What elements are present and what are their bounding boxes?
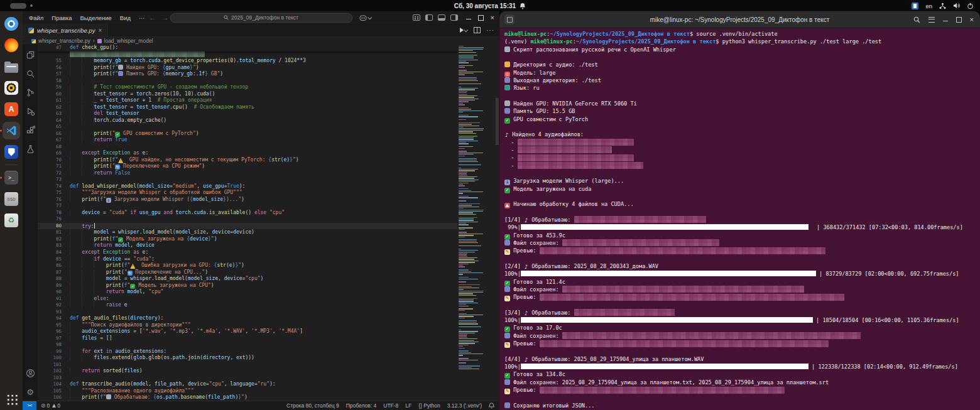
minimap-line bbox=[459, 178, 474, 178]
floppy-icon bbox=[504, 402, 510, 408]
more-actions-icon[interactable]: ··· bbox=[486, 27, 494, 34]
indentation[interactable]: Пробелов: 4 bbox=[346, 402, 377, 409]
terminal-line: (.venv) mike@linux-pc:~/SynologyProjects… bbox=[504, 38, 980, 45]
minimap-line bbox=[459, 331, 478, 332]
tab-close-icon[interactable]: × bbox=[98, 27, 102, 34]
problems-warnings[interactable]: 0 bbox=[52, 402, 60, 409]
copilot-menu[interactable] bbox=[359, 14, 372, 21]
testing-icon[interactable] bbox=[25, 144, 35, 154]
line-number: 86 bbox=[38, 262, 70, 269]
maximize-icon[interactable] bbox=[478, 15, 484, 21]
menu-item[interactable]: ⋯ bbox=[135, 13, 149, 23]
code-editor[interactable]: 47def check_gpu():55 memory_gb = torch.c… bbox=[38, 45, 499, 401]
toggle-sidebar-icon[interactable] bbox=[425, 14, 433, 21]
system-tray[interactable]: en bbox=[912, 0, 974, 11]
terminal-menu-icon[interactable] bbox=[928, 17, 935, 23]
music-icon: ♪ bbox=[524, 264, 528, 270]
terminal-search-icon[interactable] bbox=[913, 16, 920, 23]
memo-icon: ✎ bbox=[504, 249, 510, 255]
terminal-line: - bbox=[504, 146, 980, 154]
python-interpreter[interactable]: 3.12.3 ('.venv') bbox=[447, 402, 482, 409]
code-line: 63 del test_tensor bbox=[38, 111, 457, 117]
censored-text bbox=[518, 146, 612, 153]
keyboard-layout[interactable]: en bbox=[925, 3, 932, 9]
extensions-icon[interactable] bbox=[25, 125, 35, 135]
terminal-line: ♪ Найдено 4 аудиофайлов: bbox=[504, 131, 980, 138]
run-python-button[interactable] bbox=[460, 28, 468, 33]
dock-vscode-icon[interactable] bbox=[3, 122, 20, 139]
forward-arrow-icon[interactable]: → bbox=[162, 14, 168, 21]
terminal-minimize-icon[interactable] bbox=[943, 18, 948, 21]
dock-files-icon[interactable] bbox=[3, 58, 20, 75]
censored-text bbox=[562, 286, 804, 293]
dock-trash-icon[interactable]: ♻ bbox=[3, 212, 20, 229]
show-apps-icon[interactable] bbox=[6, 393, 18, 405]
dock-app-center-icon[interactable]: A bbox=[3, 100, 20, 118]
dock-firefox-icon[interactable] bbox=[3, 36, 20, 54]
minimize-icon[interactable] bbox=[466, 16, 471, 19]
minimap-line bbox=[459, 269, 469, 270]
cursor-position[interactable]: Строка 80, столбец 9 bbox=[286, 402, 339, 409]
toggle-secondary-sidebar-icon[interactable] bbox=[450, 14, 458, 21]
breadcrumb-symbol[interactable]: load_whisper_model bbox=[104, 38, 153, 44]
minimap[interactable] bbox=[459, 46, 495, 401]
warning-icon bbox=[52, 404, 56, 407]
terminal-line: ✓ Готово за 121.4с bbox=[504, 278, 980, 286]
toggle-panel-icon[interactable] bbox=[438, 14, 445, 21]
run-debug-icon[interactable] bbox=[25, 106, 35, 116]
encoding[interactable]: UTF-8 bbox=[383, 402, 398, 409]
breadcrumb-file[interactable]: whisper_transcribe.py bbox=[38, 38, 90, 44]
terminal-close-icon[interactable]: × bbox=[970, 16, 974, 23]
close-icon[interactable]: × bbox=[491, 14, 494, 21]
search-icon[interactable] bbox=[25, 68, 35, 78]
vscode-window-controls[interactable]: × bbox=[466, 14, 494, 21]
split-editor-icon[interactable] bbox=[474, 27, 481, 33]
minimap-line bbox=[459, 335, 467, 336]
layout-toggles[interactable] bbox=[413, 14, 458, 21]
source-control-icon[interactable] bbox=[25, 87, 35, 97]
dock-terminal-icon[interactable]: >_ bbox=[3, 169, 20, 186]
minimap-line bbox=[459, 99, 479, 99]
account-icon[interactable] bbox=[25, 368, 35, 378]
menu-item[interactable]: Вид bbox=[116, 13, 134, 23]
breadcrumb[interactable]: whisper_transcribe.py › load_whisper_mod… bbox=[23, 37, 499, 45]
code-line: 79 bbox=[38, 216, 457, 223]
vscode-menu-bar: ФайлПравкаВыделениеВид⋯ bbox=[25, 13, 148, 23]
code-line: 81 model = whisper.load_model(model_size… bbox=[38, 229, 457, 236]
explorer-icon[interactable] bbox=[25, 50, 35, 60]
minimap-line bbox=[459, 222, 478, 222]
minimap-line bbox=[459, 257, 477, 258]
minimap-line bbox=[459, 249, 461, 249]
menu-item[interactable]: Файл bbox=[25, 13, 47, 23]
app-indicator-icon[interactable] bbox=[912, 3, 918, 9]
history-nav[interactable]: ← → bbox=[150, 14, 168, 21]
check-icon: ✓ bbox=[504, 118, 510, 124]
dock-bitwarden-icon[interactable] bbox=[3, 143, 20, 161]
minimap-line bbox=[459, 352, 471, 353]
terminal-maximize-icon[interactable] bbox=[956, 17, 962, 23]
customize-layout-icon[interactable] bbox=[413, 14, 420, 21]
notifications-bell-icon[interactable] bbox=[489, 402, 494, 409]
workspace-indicator[interactable] bbox=[10, 0, 33, 11]
problems-errors[interactable]: ⊘ 0 bbox=[41, 402, 50, 409]
command-center-search[interactable]: 2025_09_Диктофон в текст bbox=[170, 13, 352, 23]
tab-whisper-transcribe[interactable]: whisper_transcribe.py × bbox=[23, 24, 108, 36]
terminal-line: ✓ GPU совместим с PyTorch bbox=[504, 116, 980, 123]
minimap-line bbox=[459, 47, 484, 48]
back-arrow-icon[interactable]: ← bbox=[150, 14, 156, 21]
clock-area[interactable]: Сб, 30 августа 15:31 bbox=[454, 0, 526, 11]
eol[interactable]: LF bbox=[405, 402, 411, 409]
menu-item[interactable]: Правка bbox=[48, 13, 75, 23]
language-mode[interactable]: {} Python bbox=[418, 402, 440, 409]
terminal-tab-icon[interactable] bbox=[504, 14, 514, 24]
dock-chromium-icon[interactable] bbox=[3, 15, 20, 33]
settings-gear-icon[interactable]: ⚙ bbox=[25, 387, 35, 397]
terminal-output[interactable]: mike@linux-pc:~/SynologyProjects/2025_09… bbox=[499, 28, 980, 410]
dock-ssd-drive-icon[interactable]: SSD bbox=[3, 190, 20, 208]
minimap-line bbox=[459, 304, 466, 305]
minimap-line bbox=[459, 112, 463, 112]
minimap-line bbox=[459, 128, 484, 129]
menu-item[interactable]: Выделение bbox=[76, 13, 115, 23]
dock-audio-player-icon[interactable] bbox=[3, 79, 20, 97]
remote-indicator[interactable]: >< bbox=[23, 401, 36, 410]
